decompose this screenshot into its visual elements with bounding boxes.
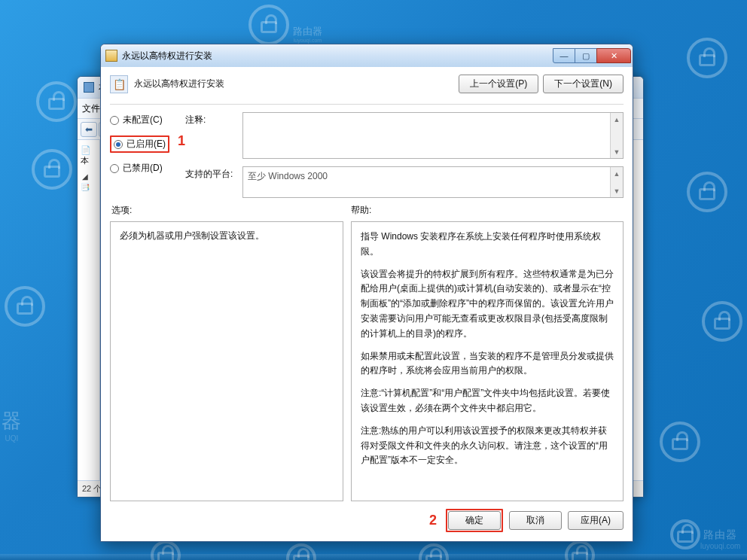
help-label: 帮助: xyxy=(351,204,371,217)
help-text: 如果禁用或未配置此设置，当安装的程序不是管理员分发或提供的程序时，系统将会应用当… xyxy=(361,349,614,379)
annotation-marker-1: 1 xyxy=(178,133,185,149)
help-text: 指导 Windows 安装程序在系统上安装任何程序时使用系统权限。 xyxy=(361,230,614,260)
comment-label: 注释: xyxy=(185,112,236,126)
help-text: 注意:“计算机配置”和“用户配置”文件夹中均包括此设置。若要使该设置生效，必须在… xyxy=(361,386,614,416)
options-pane: 必须为机器或用户强制设置该设置。 xyxy=(110,221,343,501)
tree-expand-icon[interactable]: ◢ 📑 xyxy=(81,172,90,191)
policy-dialog: 永远以高特权进行安装 — ▢ ✕ 📋 永远以高特权进行安装 上一个设置(P) 下… xyxy=(100,44,633,542)
cancel-button[interactable]: 取消 xyxy=(509,511,562,530)
radio-icon xyxy=(110,116,119,125)
apply-button[interactable]: 应用(A) xyxy=(568,511,624,530)
radio-icon xyxy=(114,140,123,149)
help-text: 该设置会将提升的特权扩展到所有程序。这些特权通常是为已分配给用户(桌面上提供的)… xyxy=(361,267,614,342)
prev-setting-button[interactable]: 上一个设置(P) xyxy=(459,75,538,93)
radio-enabled[interactable]: 已启用(E) xyxy=(110,135,176,153)
nav-back-button[interactable]: ⬅ xyxy=(81,122,97,137)
watermark xyxy=(687,38,727,78)
menu-file[interactable]: 文件 xyxy=(82,102,100,115)
watermark: 器UQI xyxy=(2,406,22,443)
tree-root[interactable]: 📄 本 xyxy=(81,145,91,165)
scroll-down-icon[interactable]: ▼ xyxy=(611,184,623,197)
radio-not-configured[interactable]: 未配置(C) xyxy=(110,114,176,126)
radio-label: 未配置(C) xyxy=(123,114,163,126)
ok-button[interactable]: 确定 xyxy=(448,511,501,530)
radio-icon xyxy=(110,164,119,173)
radio-label: 已禁用(D) xyxy=(123,162,163,175)
watermark xyxy=(32,149,72,190)
close-button[interactable]: ✕ xyxy=(596,48,631,63)
maximize-button[interactable]: ▢ xyxy=(575,48,597,63)
scroll-down-icon[interactable]: ▼ xyxy=(611,145,623,158)
watermark xyxy=(660,422,700,462)
gpedit-icon xyxy=(84,82,94,93)
platform-value: 至少 Windows 2000 xyxy=(248,171,328,181)
scrollbar[interactable]: ▲ ▼ xyxy=(610,113,623,158)
watermark: 路由器luyouqi.com xyxy=(293,24,323,44)
comment-textarea[interactable]: ▲ ▼ xyxy=(242,112,624,159)
watermark xyxy=(670,519,700,549)
options-text: 必须为机器或用户强制设置该设置。 xyxy=(120,230,334,242)
scrollbar[interactable]: ▲ ▼ xyxy=(610,167,623,197)
options-label: 选项: xyxy=(110,204,351,217)
watermark: 路由器luyouqi.com xyxy=(700,527,740,550)
divider xyxy=(110,104,624,105)
dialog-title: 永远以高特权进行安装 xyxy=(122,50,212,62)
gpedit-tree[interactable]: 📄 本 ◢ 📑 xyxy=(78,140,100,480)
scroll-up-icon[interactable]: ▲ xyxy=(611,167,623,180)
policy-icon xyxy=(105,50,117,62)
next-setting-button[interactable]: 下一个设置(N) xyxy=(543,75,624,93)
watermark xyxy=(5,286,45,327)
minimize-button[interactable]: — xyxy=(553,48,575,63)
platform-label: 支持的平台: xyxy=(185,166,236,181)
watermark xyxy=(702,301,742,342)
taskbar xyxy=(0,554,747,560)
scroll-up-icon[interactable]: ▲ xyxy=(611,113,623,126)
heading-title: 永远以高特权进行安装 xyxy=(134,78,453,90)
watermark xyxy=(248,5,289,45)
watermark xyxy=(36,81,77,122)
radio-label: 已启用(E) xyxy=(127,138,166,151)
watermark xyxy=(687,172,727,212)
annotation-marker-2: 2 xyxy=(429,513,437,528)
heading-icon: 📋 xyxy=(110,75,128,93)
status-text: 22 个 xyxy=(82,483,102,495)
help-pane: 指导 Windows 安装程序在系统上安装任何程序时使用系统权限。 该设置会将提… xyxy=(351,221,624,501)
radio-disabled[interactable]: 已禁用(D) xyxy=(110,162,176,175)
dialog-titlebar[interactable]: 永远以高特权进行安装 — ▢ ✕ xyxy=(101,44,633,67)
platform-box: 至少 Windows 2000 ▲ ▼ xyxy=(242,166,624,198)
help-text: 注意:熟练的用户可以利用该设置授予的权限来更改其特权并获得对受限文件和文件夹的永… xyxy=(361,424,614,468)
